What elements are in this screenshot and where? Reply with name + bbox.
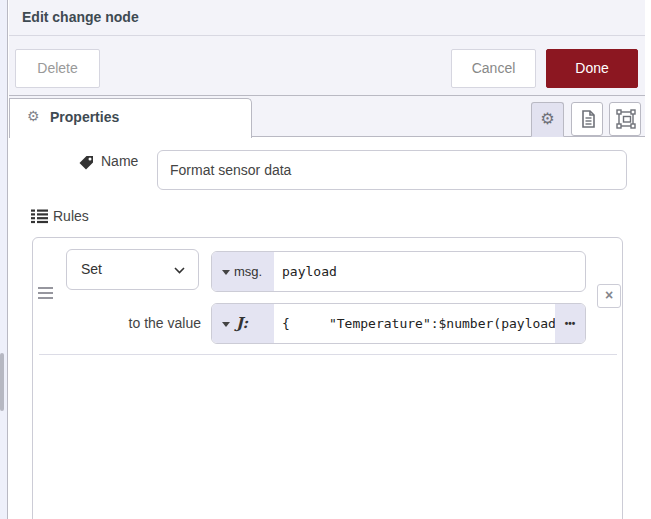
edit-change-node-dialog: Edit change node Delete Cancel Done ⚙	[0, 0, 651, 519]
workspace-edge	[0, 0, 7, 519]
property-type-label: msg.	[234, 252, 262, 291]
property-type-button[interactable]: msg.	[212, 252, 274, 291]
chevron-down-icon	[174, 267, 185, 274]
tray-inner: Edit change node Delete Cancel Done ⚙	[9, 0, 645, 519]
rule-separator	[39, 354, 617, 355]
tab-properties[interactable]: ⚙ Properties	[9, 98, 252, 138]
gear-icon: ⚙	[27, 108, 40, 124]
description-icon	[572, 103, 602, 135]
value-type-button[interactable]: J:	[212, 304, 274, 343]
remove-rule-button[interactable]: ×	[597, 284, 621, 308]
list-icon	[31, 209, 48, 224]
dialog-header: Edit change node	[9, 0, 645, 36]
name-input[interactable]	[157, 150, 627, 190]
drag-handle-icon[interactable]	[38, 287, 54, 300]
gear-icon: ⚙	[532, 103, 563, 135]
rules-list: Set msg. ×	[32, 237, 623, 519]
tab-bar: ⚙	[9, 96, 645, 137]
tab-properties-label: Properties	[50, 99, 119, 136]
appearance-icon	[610, 103, 640, 135]
expression-input[interactable]	[274, 304, 557, 343]
rule-action-value: Set	[81, 261, 102, 277]
edit-tray: Edit change node Delete Cancel Done ⚙	[7, 0, 645, 519]
expand-expression-button[interactable]: •••	[555, 304, 585, 343]
tab-button-appearance[interactable]	[609, 102, 641, 136]
dialog-title: Edit change node	[22, 0, 139, 35]
to-value-label: to the value	[113, 315, 201, 331]
rule-action-select[interactable]: Set	[66, 249, 199, 290]
tab-button-description[interactable]	[571, 102, 603, 136]
done-button[interactable]: Done	[546, 49, 638, 88]
rules-label: Rules	[53, 208, 89, 224]
rule-property-typedinput: msg.	[211, 251, 586, 292]
vertical-scrollbar[interactable]	[0, 353, 4, 411]
tab-button-properties[interactable]: ⚙	[531, 102, 564, 137]
jsonata-expression-icon: J:	[236, 304, 248, 343]
cancel-button[interactable]: Cancel	[451, 49, 536, 88]
name-label: Name	[101, 153, 138, 169]
property-input[interactable]	[274, 252, 587, 291]
rule-value-typedinput: J: •••	[211, 303, 586, 344]
caret-down-icon	[222, 322, 230, 327]
properties-panel: Name Rules Set	[9, 137, 645, 519]
tag-icon	[79, 155, 94, 170]
caret-down-icon	[222, 270, 230, 275]
delete-button[interactable]: Delete	[15, 49, 100, 88]
dialog-button-bar: Delete Cancel Done	[9, 36, 645, 96]
